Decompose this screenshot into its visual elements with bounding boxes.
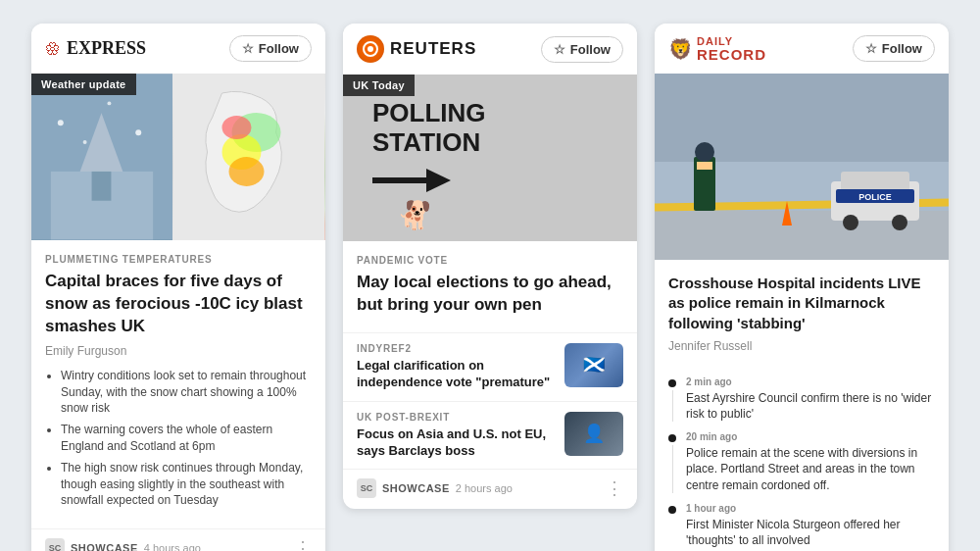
- dr-image: POLICE: [655, 74, 949, 260]
- cards-container: 🏵 EXPRESS ☆ Follow: [8, 0, 972, 551]
- reuters-sub-article-1[interactable]: INDYREF2 Legal clarification on independ…: [343, 332, 637, 401]
- reuters-source-logo: REUTERS: [357, 35, 476, 63]
- reuters-image: POLLINGSTATION 🐕: [343, 75, 637, 241]
- svg-point-28: [892, 215, 907, 230]
- reuters-card-body: PANDEMIC VOTE May local elections to go …: [343, 241, 637, 332]
- dr-update-1-text: East Ayrshire Council confirm there is n…: [686, 390, 935, 422]
- svg-point-12: [222, 116, 252, 139]
- dr-dot-line-1: [672, 390, 673, 422]
- dr-dot-line-2: [672, 445, 673, 493]
- express-image-label: Weather update: [31, 74, 136, 95]
- reuters-sub-article-2-content: UK POST-BREXIT Focus on Asia and U.S. no…: [357, 412, 555, 460]
- express-image-container: Weather update: [31, 74, 325, 240]
- express-follow-label: Follow: [259, 41, 299, 56]
- reuters-footer-time: 2 hours ago: [456, 482, 513, 494]
- reuters-follow-button[interactable]: ☆ Follow: [541, 36, 623, 63]
- dr-live-dot-3: [668, 506, 676, 514]
- dr-text-logo: Daily Record: [697, 36, 766, 62]
- dr-card-body: Crosshouse Hospital incidents LIVE as po…: [655, 260, 949, 367]
- reuters-logo-circle: [357, 35, 384, 63]
- star-icon-reuters: ☆: [554, 42, 565, 57]
- express-image-left: [31, 74, 172, 240]
- express-logo-text: EXPRESS: [67, 38, 146, 59]
- reuters-more-button[interactable]: ⋮: [606, 477, 623, 499]
- svg-point-6: [135, 129, 141, 135]
- dr-title: Crosshouse Hospital incidents LIVE as po…: [668, 274, 935, 333]
- svg-point-14: [368, 46, 373, 52]
- reuters-logo-text: REUTERS: [390, 39, 476, 59]
- dr-update-3-text: First Minister Nicola Sturgeon offered h…: [686, 517, 935, 548]
- express-title: Capital braces for five days of snow as …: [45, 271, 312, 338]
- reuters-card-footer: SC SHOWCASE 2 hours ago ⋮: [343, 469, 637, 509]
- dr-live-update-3: 1 hour ago First Minister Nicola Sturgeo…: [668, 503, 935, 548]
- dr-live-updates: 2 min ago East Ayrshire Council confirm …: [655, 367, 949, 551]
- reuters-sub-1-thumb: 🏴󠁧󠁢󠁳󠁣󠁴󠁿: [564, 343, 623, 387]
- reuters-sub-article-1-content: INDYREF2 Legal clarification on independ…: [357, 343, 555, 391]
- express-image: [31, 74, 325, 240]
- express-bullet-1: Wintry conditions look set to remain thr…: [61, 368, 312, 417]
- svg-rect-3: [92, 172, 112, 201]
- svg-rect-24: [697, 162, 712, 170]
- reuters-image-label: UK Today: [343, 75, 415, 96]
- dog-icon: 🐕: [397, 199, 431, 231]
- daily-record-card: 🦁 Daily Record ☆ Follow: [655, 24, 949, 551]
- reuters-footer-source-name: SHOWCASE: [382, 482, 450, 494]
- dr-lion-icon: 🦁: [668, 37, 693, 61]
- dr-card-header: 🦁 Daily Record ☆ Follow: [655, 24, 949, 74]
- svg-rect-15: [372, 177, 431, 183]
- svg-point-4: [58, 120, 64, 125]
- svg-point-5: [107, 101, 111, 105]
- reuters-sub-2-title: Focus on Asia and U.S. not EU, says Barc…: [357, 426, 555, 460]
- svg-text:POLICE: POLICE: [858, 192, 892, 202]
- express-category: PLUMMETING TEMPERATURES: [45, 254, 312, 265]
- dr-live-dot-2: [668, 434, 676, 442]
- dr-update-3-content: 1 hour ago First Minister Nicola Sturgeo…: [686, 503, 935, 548]
- reuters-sub-article-2[interactable]: UK POST-BREXIT Focus on Asia and U.S. no…: [343, 401, 637, 470]
- express-card: 🏵 EXPRESS ☆ Follow: [31, 24, 325, 551]
- flags-icon: 🏴󠁧󠁢󠁳󠁣󠁴󠁿: [564, 343, 623, 387]
- dr-update-2-text: Police remain at the scene with diversio…: [686, 445, 935, 493]
- dr-dot-col-1: [668, 376, 676, 422]
- dr-dot-col-3: [668, 503, 676, 548]
- express-author: Emily Furguson: [45, 344, 312, 358]
- reuters-sub-1-category: INDYREF2: [357, 343, 555, 354]
- dr-update-1-content: 2 min ago East Ayrshire Council confirm …: [686, 376, 935, 422]
- express-footer-source: SC SHOWCASE 4 hours ago: [45, 538, 201, 551]
- star-icon-dr: ☆: [865, 41, 877, 56]
- polling-station-sign: POLLINGSTATION: [372, 99, 486, 158]
- person-icon: 👤: [564, 412, 623, 456]
- dr-live-update-2: 20 min ago Police remain at the scene wi…: [668, 431, 935, 493]
- reuters-card: REUTERS ☆ Follow POLLINGSTATION 🐕 UK Tod…: [343, 24, 637, 509]
- dr-source-logo: 🦁 Daily Record: [668, 36, 766, 62]
- reuters-source-dot: SC: [357, 478, 376, 498]
- reuters-footer-source: SC SHOWCASE 2 hours ago: [357, 478, 513, 498]
- express-follow-button[interactable]: ☆ Follow: [229, 35, 312, 62]
- reuters-title: May local elections to go ahead, but bri…: [357, 272, 623, 317]
- dr-update-2-time: 20 min ago: [686, 431, 935, 442]
- express-footer-time: 4 hours ago: [144, 542, 201, 551]
- reuters-sub-2-thumb: 👤: [564, 412, 623, 456]
- dr-update-3-time: 1 hour ago: [686, 503, 935, 514]
- express-card-body: PLUMMETING TEMPERATURES Capital braces f…: [31, 240, 325, 528]
- express-bullet-list: Wintry conditions look set to remain thr…: [45, 368, 312, 509]
- reuters-sub-1-title: Legal clarification on independence vote…: [357, 358, 555, 391]
- dr-record-text: Record: [697, 47, 766, 62]
- svg-point-11: [229, 157, 265, 186]
- express-more-button[interactable]: ⋮: [294, 537, 312, 551]
- svg-marker-16: [426, 169, 451, 192]
- svg-point-27: [843, 215, 858, 230]
- dr-dot-col-2: [668, 431, 676, 493]
- express-card-header: 🏵 EXPRESS ☆ Follow: [31, 24, 325, 74]
- dr-update-1-time: 2 min ago: [686, 376, 935, 387]
- star-icon: ☆: [242, 41, 254, 56]
- dr-follow-label: Follow: [882, 41, 922, 56]
- express-source-dot: SC: [45, 538, 65, 551]
- express-bullet-3: The high snow risk continues through Mon…: [61, 460, 312, 509]
- dr-live-update-1: 2 min ago East Ayrshire Council confirm …: [668, 376, 935, 422]
- svg-point-7: [83, 140, 87, 144]
- express-source-logo: 🏵 EXPRESS: [45, 38, 146, 59]
- reuters-card-header: REUTERS ☆ Follow: [343, 24, 637, 75]
- dr-live-dot-1: [668, 379, 676, 387]
- dr-follow-button[interactable]: ☆ Follow: [853, 35, 935, 62]
- express-image-right: [172, 74, 325, 240]
